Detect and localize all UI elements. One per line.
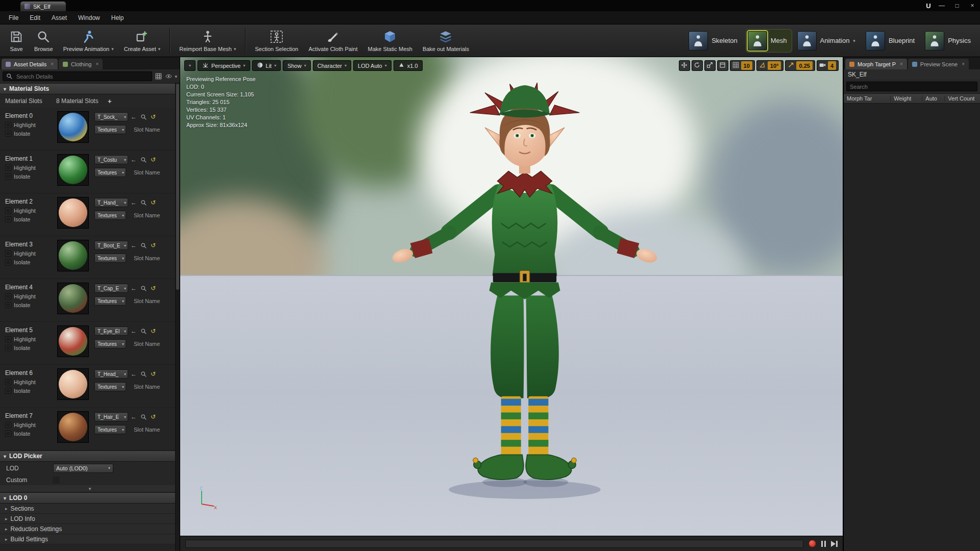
- highlight-checkbox[interactable]: [5, 165, 11, 171]
- chevron-down-icon[interactable]: ▾: [111, 46, 114, 52]
- textures-dropdown[interactable]: Textures ▾: [94, 382, 126, 391]
- tree-row-reduction-settings[interactable]: ▸ Reduction Settings: [0, 524, 180, 534]
- visibility-eye-icon[interactable]: [164, 72, 173, 81]
- chevron-right-icon[interactable]: ▸: [5, 527, 8, 532]
- chevron-right-icon[interactable]: ▸: [5, 516, 8, 521]
- minimize-button[interactable]: —: [934, 1, 949, 11]
- custom-checkbox[interactable]: [53, 477, 59, 483]
- browse-to-asset-icon[interactable]: [139, 370, 148, 378]
- textures-dropdown[interactable]: Textures ▾: [94, 296, 126, 306]
- close-tab-icon[interactable]: ×: [51, 61, 54, 67]
- material-slots-header[interactable]: ▾ Material Slots: [0, 83, 180, 94]
- isolate-checkbox[interactable]: [5, 216, 11, 222]
- toolbar-button-browse[interactable]: Browse: [30, 27, 58, 54]
- isolate-checkbox[interactable]: [5, 259, 11, 265]
- menu-item-file[interactable]: File: [3, 12, 24, 23]
- viewport-canvas[interactable]: ▾ Perspective▾ Lit▾ Show▾ Character▾ LOD…: [180, 57, 843, 536]
- mode-button-physics[interactable]: Physics: [923, 29, 976, 53]
- isolate-checkbox[interactable]: [5, 345, 11, 351]
- material-dropdown[interactable]: T_Eye_El ▾: [94, 327, 128, 336]
- textures-dropdown[interactable]: Textures ▾: [94, 211, 126, 220]
- mode-button-mesh[interactable]: Mesh: [746, 29, 792, 53]
- rotation-snap-value[interactable]: 10°: [768, 61, 781, 70]
- material-thumbnail[interactable]: [57, 240, 89, 271]
- chevron-right-icon[interactable]: ▸: [5, 506, 8, 511]
- reset-to-default-icon[interactable]: ↺: [149, 413, 157, 421]
- lod-auto-button[interactable]: LOD Auto▾: [353, 60, 391, 71]
- left-panel-scrollbar[interactable]: [175, 83, 180, 551]
- scale-snap-value[interactable]: 0.25: [796, 61, 812, 70]
- toolbar-button-section-selection[interactable]: Section Selection: [250, 27, 303, 54]
- search-details-input[interactable]: [15, 73, 150, 80]
- menu-item-edit[interactable]: Edit: [24, 12, 46, 23]
- isolate-checkbox[interactable]: [5, 131, 11, 137]
- highlight-checkbox[interactable]: [5, 336, 11, 342]
- grid-snap-control[interactable]: 10: [730, 60, 755, 71]
- browse-to-asset-icon[interactable]: [139, 113, 148, 121]
- reset-to-default-icon[interactable]: ↺: [149, 198, 157, 207]
- close-button[interactable]: ×: [965, 1, 980, 11]
- maximize-viewport-button[interactable]: [717, 60, 728, 71]
- window-tab[interactable]: SK_Elf: [20, 2, 66, 11]
- tree-row-lod-info[interactable]: ▸ LOD Info: [0, 514, 180, 524]
- textures-dropdown[interactable]: Textures ▾: [94, 254, 126, 263]
- grid-snap-value[interactable]: 10: [741, 61, 752, 70]
- use-selected-arrow-icon[interactable]: ←: [130, 284, 138, 292]
- reset-to-default-icon[interactable]: ↺: [149, 284, 157, 292]
- tab-morph-target-p[interactable]: Morph Target P ×: [845, 59, 907, 69]
- isolate-checkbox[interactable]: [5, 173, 11, 180]
- use-selected-arrow-icon[interactable]: ←: [130, 241, 138, 249]
- use-selected-arrow-icon[interactable]: ←: [130, 113, 138, 121]
- highlight-checkbox[interactable]: [5, 379, 11, 385]
- column-header-morph-tar[interactable]: Morph Tar: [844, 95, 890, 102]
- reset-to-default-icon[interactable]: ↺: [149, 241, 157, 249]
- rotation-snap-control[interactable]: 10°: [756, 60, 784, 71]
- pause-button[interactable]: [821, 541, 826, 547]
- material-dropdown[interactable]: T_Hand_ ▾: [94, 198, 128, 207]
- browse-to-asset-icon[interactable]: [139, 156, 148, 164]
- morph-target-list[interactable]: [844, 104, 980, 551]
- chevron-down-icon[interactable]: ▾: [234, 46, 236, 52]
- chevron-down-icon[interactable]: ▾: [853, 38, 855, 43]
- column-header-auto[interactable]: Auto: [922, 95, 944, 102]
- details-search-box[interactable]: [3, 71, 152, 81]
- 3d-viewport[interactable]: ▾ Perspective▾ Lit▾ Show▾ Character▾ LOD…: [180, 57, 843, 551]
- toolbar-button-bake-out-materials[interactable]: Bake out Materials: [418, 27, 474, 54]
- scale-gizmo-button[interactable]: [704, 60, 716, 71]
- scale-snap-control[interactable]: 0.25: [785, 60, 815, 71]
- reset-to-default-icon[interactable]: ↺: [149, 113, 157, 121]
- textures-dropdown[interactable]: Textures ▾: [94, 339, 126, 348]
- reset-to-default-icon[interactable]: ↺: [149, 370, 157, 378]
- highlight-checkbox[interactable]: [5, 122, 11, 128]
- close-tab-icon[interactable]: ×: [95, 61, 99, 67]
- browse-to-asset-icon[interactable]: [139, 198, 148, 207]
- close-tab-icon[interactable]: ×: [900, 61, 903, 67]
- textures-dropdown[interactable]: Textures ▾: [94, 425, 126, 434]
- material-dropdown[interactable]: T_Sock_ ▾: [94, 112, 128, 121]
- browse-to-asset-icon[interactable]: [139, 413, 148, 421]
- material-dropdown[interactable]: T_Boot_E ▾: [94, 241, 128, 250]
- browse-to-asset-icon[interactable]: [139, 327, 148, 335]
- menu-item-help[interactable]: Help: [106, 12, 130, 23]
- use-selected-arrow-icon[interactable]: ←: [130, 370, 138, 378]
- rotate-gizmo-button[interactable]: [692, 60, 703, 71]
- highlight-checkbox[interactable]: [5, 208, 11, 214]
- morph-search-box[interactable]: [846, 82, 977, 91]
- mode-button-blueprint[interactable]: Blueprint: [864, 29, 920, 53]
- menu-item-asset[interactable]: Asset: [46, 12, 72, 23]
- viewport-options-button[interactable]: ▾: [184, 60, 195, 71]
- perspective-button[interactable]: Perspective▾: [198, 60, 250, 71]
- lit-button[interactable]: Lit▾: [252, 60, 281, 71]
- lod-picker-expander[interactable]: ▾: [0, 485, 180, 492]
- material-dropdown[interactable]: T_Hair_E ▾: [94, 412, 128, 421]
- use-selected-arrow-icon[interactable]: ←: [130, 327, 138, 335]
- material-thumbnail[interactable]: [57, 154, 89, 186]
- tab-clothing[interactable]: Clothing ×: [59, 59, 103, 69]
- step-forward-button[interactable]: [831, 541, 838, 547]
- lod-picker-header[interactable]: ▾ LOD Picker: [0, 450, 180, 462]
- textures-dropdown[interactable]: Textures ▾: [94, 125, 126, 134]
- tree-row-sections[interactable]: ▸ Sections: [0, 504, 180, 514]
- timeline-track[interactable]: [185, 540, 803, 548]
- use-selected-arrow-icon[interactable]: ←: [130, 413, 138, 421]
- add-material-slot-button[interactable]: +: [106, 97, 114, 105]
